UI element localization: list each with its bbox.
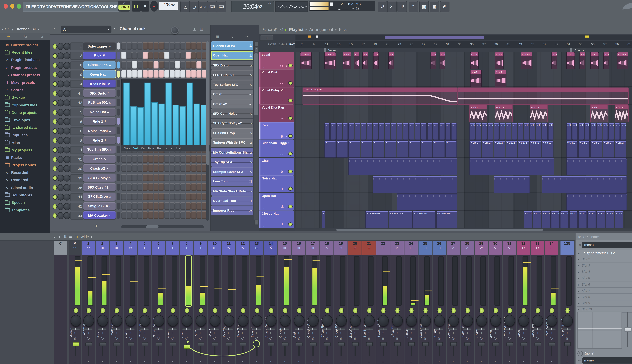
typing-keyboard-button[interactable]: ⌨ — [208, 1, 217, 12]
fader-handle[interactable] — [226, 342, 232, 346]
channel-button[interactable]: Kick◉ — [84, 52, 116, 60]
picker-item-fls-gun-001[interactable]: FLS_Gun 001⌂ — [211, 70, 254, 80]
cpu-memory-panel[interactable]: 22 1027 MB 29 — [328, 1, 375, 11]
step-11[interactable] — [175, 70, 180, 78]
step-2[interactable] — [127, 61, 132, 68]
mixer-strip-master[interactable]: M⊶Master⇧◎▲ — [69, 241, 81, 364]
mixer-strip-break-kick[interactable]: 3◉Break Kick⇧◎▲ — [110, 241, 123, 364]
route-arrow-icon[interactable]: ⇧ — [475, 332, 488, 335]
strip-sep-slider[interactable] — [280, 328, 289, 330]
strip-header[interactable]: 1⊶ — [82, 241, 95, 255]
rack-hscrollbar[interactable] — [121, 225, 204, 228]
picker-item-sfx-cym-noisy-2[interactable]: SFX Cym Noisy #2⌂ — [211, 119, 254, 128]
track-header-open-hat[interactable]: Open Hat...⟂ — [260, 193, 294, 210]
recording-panel-button[interactable]: Ψ — [398, 1, 407, 12]
browser-item-demo-projects[interactable]: Demo projects — [0, 109, 50, 116]
clip-kick[interactable]: ≡Ki..#2 — [506, 122, 511, 140]
route-knob-icon[interactable]: ◎ — [236, 336, 249, 340]
channel-button[interactable]: Crash∿ — [84, 155, 116, 163]
step-14[interactable] — [191, 52, 196, 59]
channel-volume-knob[interactable] — [64, 80, 70, 88]
strip-bottom-arrow[interactable]: ▲ — [348, 360, 362, 363]
browser-item-current-project[interactable]: ⧉Current project — [0, 41, 50, 49]
route-arrow-icon[interactable]: ⇧ — [432, 332, 446, 335]
track-options[interactable]: ... — [262, 100, 264, 104]
step-5[interactable] — [143, 155, 148, 162]
channel-volume-knob[interactable] — [64, 128, 70, 135]
strip-bottom-arrow[interactable]: ▲ — [124, 360, 137, 363]
clip-vocal[interactable]: ∿V..l — [388, 52, 394, 69]
strip-sep-slider[interactable] — [168, 328, 176, 330]
strip-header[interactable]: 19▦ — [334, 241, 348, 255]
step-16[interactable] — [202, 61, 207, 68]
route-arrow-icon[interactable]: ⇧ — [418, 332, 432, 335]
channel-pan-knob[interactable] — [58, 175, 64, 182]
fader-handle[interactable] — [548, 342, 555, 346]
step-14[interactable] — [191, 70, 196, 78]
clip-vocal[interactable]: ∿Vocal — [342, 52, 351, 69]
channel-button[interactable]: Noise..mbal⟂ — [84, 127, 116, 134]
channel-button[interactable]: Ride 1⟂ — [84, 118, 116, 125]
step-9[interactable] — [164, 61, 169, 68]
clip-vocal[interactable]: ∿V..l — [431, 52, 436, 69]
track-header-kick[interactable]: Kick...◉▲ — [260, 122, 294, 140]
channel-volume-knob[interactable] — [64, 203, 70, 210]
channel-volume-knob[interactable] — [64, 118, 70, 125]
zoom-tool-icon[interactable]: ◎ — [274, 27, 278, 32]
step-2[interactable] — [127, 70, 132, 78]
eq-low-fader[interactable] — [627, 312, 628, 347]
fx-time-row[interactable]: (none) ▸ — [578, 350, 632, 356]
channel-select-strip[interactable] — [117, 71, 120, 78]
fader-handle[interactable] — [212, 342, 218, 346]
route-knob-icon[interactable]: ◎ — [432, 336, 446, 340]
strip-led[interactable] — [549, 308, 554, 314]
step-16[interactable] — [202, 212, 207, 219]
step-2[interactable] — [127, 42, 132, 50]
step-15[interactable] — [196, 52, 201, 59]
strip-bottom-arrow[interactable]: ▲ — [180, 360, 193, 363]
clip-kick[interactable]: ≡ — [324, 122, 330, 140]
mixer-layout-value[interactable]: Wide — [80, 234, 89, 239]
track-header-vocal-delay-vol[interactable]: Vocal Delay Vol...⊸ — [260, 87, 294, 104]
route-arrow-icon[interactable]: ⇧ — [166, 332, 179, 335]
step-3[interactable] — [132, 183, 137, 191]
route-knob-icon[interactable]: ◎ — [489, 336, 502, 340]
route-knob-icon[interactable]: ◎ — [390, 336, 404, 340]
channel-led[interactable] — [53, 194, 57, 200]
clip-closed-hat[interactable]: ≡ — [322, 211, 325, 228]
mixer-strip-crash[interactable]: 30∿crash⇧◎▲ — [489, 241, 502, 364]
strip-led[interactable] — [565, 308, 570, 314]
strip-led[interactable] — [170, 308, 176, 314]
strip-led[interactable] — [507, 308, 512, 314]
step-15[interactable] — [196, 202, 201, 210]
step-14[interactable] — [191, 212, 196, 219]
strip-pan-knob[interactable] — [308, 315, 319, 326]
step-15[interactable] — [196, 61, 201, 68]
step-9[interactable] — [164, 174, 169, 181]
step-8[interactable] — [159, 155, 164, 162]
clip-kick[interactable]: ≡Ki..#2 — [620, 122, 626, 140]
strip-sep-slider[interactable] — [126, 328, 134, 330]
strip-header[interactable]: 8⟂ — [180, 241, 193, 255]
strip-pan-knob[interactable] — [406, 315, 417, 326]
strip-header[interactable]: 125 — [560, 241, 574, 255]
strip-pan-knob[interactable] — [490, 315, 501, 326]
strip-sep-slider[interactable] — [196, 328, 205, 330]
strip-header[interactable]: C — [54, 241, 67, 255]
clip-vocal[interactable]: ∿V..l — [566, 52, 575, 69]
clip-kick[interactable]: ≡ — [385, 122, 390, 140]
clip-vocal-dist[interactable]: ∿V..t — [495, 70, 506, 87]
strip-header[interactable]: 14⚒ — [264, 241, 277, 255]
playlist-pattern-name[interactable]: Kick — [339, 27, 347, 32]
step-11[interactable] — [175, 202, 180, 210]
step-11[interactable] — [175, 52, 180, 59]
clip-noise-hat[interactable] — [542, 176, 627, 193]
route-arrow-icon[interactable]: ⇧ — [390, 332, 404, 335]
strip-bottom-arrow[interactable]: ▲ — [418, 360, 432, 363]
velocity-bar-9[interactable] — [180, 106, 186, 145]
strip-header[interactable]: 18⌂ — [320, 241, 334, 255]
step-16[interactable] — [202, 155, 207, 162]
step-9[interactable] — [164, 212, 169, 219]
channel-volume-knob[interactable] — [64, 62, 70, 69]
channel-volume-knob[interactable] — [64, 175, 70, 182]
